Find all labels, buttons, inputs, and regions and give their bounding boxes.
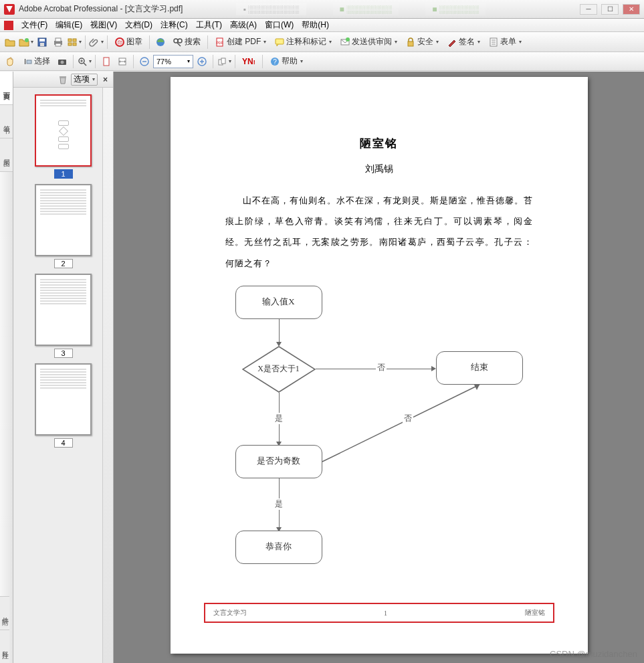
trash-icon[interactable] <box>58 74 68 85</box>
select-label: 选择 <box>34 56 50 67</box>
window-title: Adobe Acrobat Professional - [文言文学习.pdf] <box>19 3 183 15</box>
ribbon-pages[interactable]: 页面 <box>0 72 13 105</box>
minimize-button[interactable]: ─ <box>580 4 597 15</box>
zoom-in-button[interactable] <box>195 54 209 69</box>
sign-button[interactable]: 签名▾ <box>443 35 484 50</box>
ribbon-attachments[interactable]: 附件 <box>0 596 9 630</box>
scrollbar-thumb[interactable] <box>104 89 112 129</box>
new-button[interactable]: ▾ <box>19 35 33 50</box>
help-label: 帮助 <box>282 56 298 67</box>
flow-node-odd: 是否为奇数 <box>235 445 322 478</box>
thumbnail-number: 1 <box>54 169 73 179</box>
svg-rect-7 <box>68 39 72 41</box>
options-button[interactable]: 选项▾ <box>71 74 98 86</box>
hand-tool-button[interactable] <box>3 54 17 69</box>
flow-node-end: 结束 <box>436 351 523 385</box>
zoom-out-button[interactable] <box>137 54 152 69</box>
save-button[interactable] <box>35 35 49 50</box>
comment-markup-label: 注释和标记 <box>286 36 326 48</box>
menu-tools[interactable]: 工具(T) <box>192 19 226 31</box>
thumbnails-header: 选项▾ × <box>13 72 113 88</box>
svg-point-15 <box>178 39 182 43</box>
zoom-level-input[interactable]: 77%▾ <box>153 55 193 68</box>
create-pdf-button[interactable]: PDF创建 PDF▾ <box>211 35 270 50</box>
menu-comment[interactable]: 注释(C) <box>156 19 192 31</box>
email-button[interactable] <box>153 35 168 50</box>
forms-label: 表单 <box>500 36 516 48</box>
snapshot-tool-button[interactable] <box>55 54 70 69</box>
flowchart: 输入值X X是否大于1 否 结束 是 是否 <box>225 286 533 580</box>
menu-document[interactable]: 文档(D) <box>121 19 156 31</box>
organizer-button[interactable]: ▾ <box>67 35 82 50</box>
flow-connector-diagonal <box>322 385 479 462</box>
footer-right: 陋室铭 <box>525 608 545 618</box>
thumbnail-number: 4 <box>54 438 73 448</box>
svg-point-21 <box>346 37 350 41</box>
rotate-button[interactable]: ▾ <box>217 54 231 69</box>
doc-title: 陋室铭 <box>225 136 533 151</box>
svg-text:PDF: PDF <box>217 41 223 45</box>
stamp-label: 图章 <box>126 36 142 48</box>
acrobat-icon <box>4 21 13 30</box>
zoom-in-tool-button[interactable]: ▾ <box>77 54 92 69</box>
svg-rect-46 <box>221 58 225 64</box>
edge-label-yes: 是 <box>274 498 284 510</box>
yahoo-button[interactable]: YN! <box>239 54 259 69</box>
thumbnail-1[interactable]: 1 <box>35 94 92 179</box>
footer-page-number: 1 <box>247 609 525 617</box>
menu-file[interactable]: 文件(F) <box>17 19 51 31</box>
ribbon-comments[interactable]: 注释 <box>0 630 9 663</box>
forms-button[interactable]: 表单▾ <box>485 35 525 50</box>
thumbnail-4[interactable]: 4 <box>35 363 92 448</box>
comment-markup-button[interactable]: 注释和标记▾ <box>271 35 335 50</box>
svg-rect-3 <box>40 43 44 46</box>
svg-rect-19 <box>276 39 284 44</box>
svg-line-16 <box>177 43 181 46</box>
attach-button[interactable]: ▾ <box>89 35 104 50</box>
menu-help[interactable]: 帮助(H) <box>298 19 333 31</box>
close-button[interactable]: ✕ <box>623 4 640 15</box>
arrow-icon <box>431 366 436 371</box>
fit-page-button[interactable] <box>99 54 114 69</box>
select-tool-button[interactable]: I选择 <box>19 54 53 69</box>
doc-body: 山不在高，有仙则名。水不在深，有龙则灵。斯是陋室，惟吾德馨。苔痕上阶绿，草色入帘… <box>225 190 533 274</box>
svg-rect-6 <box>56 43 61 46</box>
ribbon-layers[interactable]: 图层 <box>0 138 13 172</box>
document-area[interactable]: 陋室铭 刘禹锡 山不在高，有仙则名。水不在深，有龙则灵。斯是陋室，惟吾德馨。苔痕… <box>114 72 644 663</box>
send-review-button[interactable]: 发送供审阅▾ <box>336 35 401 50</box>
sign-label: 签名 <box>459 36 475 48</box>
open-button[interactable] <box>3 35 17 50</box>
help-button[interactable]: ?帮助▾ <box>266 54 306 69</box>
secure-button[interactable]: 安全▾ <box>402 35 442 50</box>
svg-line-51 <box>322 385 479 462</box>
print-button[interactable] <box>51 35 66 50</box>
stamp-button[interactable]: 印图章 <box>111 35 146 50</box>
app-icon <box>4 4 15 15</box>
thumbnails-list[interactable]: 1 2 3 4 <box>13 88 113 663</box>
svg-text:印: 印 <box>118 40 122 45</box>
svg-rect-2 <box>39 39 45 41</box>
flow-node-decision-gt1: X是否大于1 <box>242 346 316 393</box>
toolbar-main: ▾ ▾ ▾ 印图章 搜索 PDF创建 PDF▾ 注释和标记▾ 发送供审阅▾ 安全… <box>0 32 644 52</box>
fit-width-button[interactable] <box>115 54 130 69</box>
menu-window[interactable]: 窗口(W) <box>261 19 298 31</box>
svg-text:?: ? <box>273 58 277 66</box>
menu-edit[interactable]: 编辑(E) <box>51 19 86 31</box>
title-bar: Adobe Acrobat Professional - [文言文学习.pdf]… <box>0 0 644 19</box>
page-footer: 文言文学习 1 陋室铭 <box>204 603 554 623</box>
maximize-button[interactable]: ☐ <box>601 4 619 15</box>
toolbar-secondary: I选择 ▾ 77%▾ ▾ YN! ?帮助▾ <box>0 52 644 71</box>
menu-view[interactable]: 视图(V) <box>86 19 121 31</box>
ribbon-bookmarks[interactable]: 书签 <box>0 105 13 138</box>
svg-text:I: I <box>24 58 26 66</box>
flow-node-congrats: 恭喜你 <box>235 531 322 564</box>
close-panel-button[interactable]: × <box>100 75 110 84</box>
svg-rect-22 <box>408 41 413 46</box>
bg-tab: ■ ░░░░░░░░ <box>333 3 399 15</box>
menu-advanced[interactable]: 高级(A) <box>226 19 261 31</box>
thumbnail-2[interactable]: 2 <box>35 184 92 268</box>
edge-label-no: 否 <box>403 413 413 424</box>
thumbnail-3[interactable]: 3 <box>35 274 92 358</box>
doc-author: 刘禹锡 <box>225 163 533 175</box>
search-button[interactable]: 搜索 <box>169 35 204 50</box>
